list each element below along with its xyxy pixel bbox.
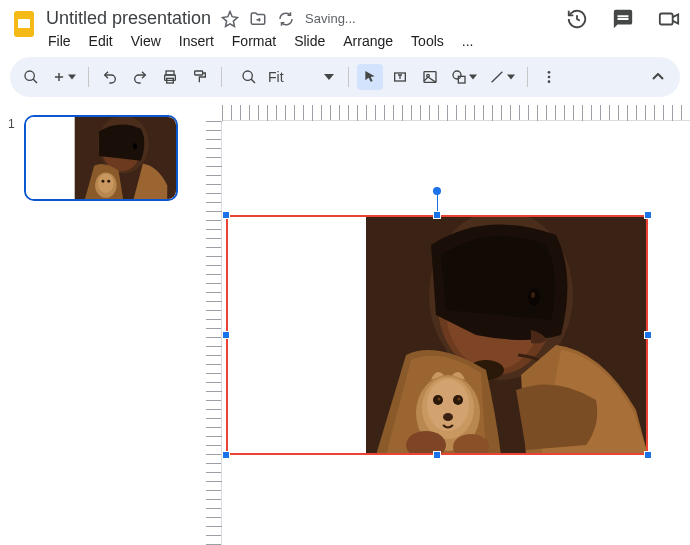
svg-point-12 [453, 71, 461, 79]
filmstrip: 1 [0, 105, 198, 545]
select-tool[interactable] [357, 64, 383, 90]
image-tool[interactable] [417, 64, 443, 90]
menu-bar: File Edit View Insert Format Slide Arran… [46, 29, 566, 57]
zoom-dropdown-icon[interactable] [290, 74, 334, 80]
star-icon[interactable] [221, 10, 239, 28]
svg-point-25 [107, 180, 110, 183]
shape-tool[interactable] [447, 64, 481, 90]
search-menus-icon[interactable] [18, 64, 44, 90]
print-button[interactable] [157, 64, 183, 90]
selection-outline [226, 215, 648, 455]
textbox-tool[interactable] [387, 64, 413, 90]
svg-point-15 [547, 76, 550, 79]
zoom-icon[interactable] [236, 64, 262, 90]
menu-more[interactable]: ... [462, 33, 474, 49]
svg-point-23 [98, 173, 114, 192]
slide-thumbnail[interactable]: 1 [8, 115, 190, 201]
resize-handle-b[interactable] [433, 451, 441, 459]
svg-point-8 [243, 71, 252, 80]
resize-handle-r[interactable] [644, 331, 652, 339]
menu-arrange[interactable]: Arrange [343, 33, 393, 49]
saving-status: Saving... [305, 11, 356, 26]
canvas-area[interactable] [198, 105, 690, 545]
menu-insert[interactable]: Insert [179, 33, 214, 49]
slide-canvas[interactable] [226, 215, 648, 455]
undo-button[interactable] [97, 64, 123, 90]
svg-rect-13 [458, 76, 465, 83]
document-title[interactable]: Untitled presentation [46, 8, 211, 29]
cloud-status-icon[interactable] [277, 10, 295, 28]
svg-point-14 [547, 71, 550, 74]
svg-point-16 [547, 80, 550, 83]
paint-format-button[interactable] [187, 64, 213, 90]
line-tool[interactable] [485, 64, 519, 90]
menu-slide[interactable]: Slide [294, 33, 325, 49]
collapse-toolbar-icon[interactable] [644, 63, 672, 91]
rotate-handle[interactable] [433, 187, 441, 195]
new-slide-button[interactable] [48, 64, 80, 90]
toolbar: Fit [10, 57, 680, 97]
menu-format[interactable]: Format [232, 33, 276, 49]
resize-handle-tl[interactable] [222, 211, 230, 219]
zoom-level[interactable]: Fit [268, 69, 284, 85]
resize-handle-bl[interactable] [222, 451, 230, 459]
menu-view[interactable]: View [131, 33, 161, 49]
slides-logo[interactable] [10, 6, 38, 42]
comments-icon[interactable] [612, 8, 634, 30]
resize-handle-br[interactable] [644, 451, 652, 459]
history-icon[interactable] [566, 8, 588, 30]
svg-rect-1 [18, 19, 30, 28]
horizontal-ruler [222, 105, 690, 121]
move-folder-icon[interactable] [249, 10, 267, 28]
resize-handle-l[interactable] [222, 331, 230, 339]
svg-point-21 [133, 143, 137, 149]
svg-point-3 [25, 71, 34, 80]
meet-icon[interactable] [658, 8, 680, 30]
svg-rect-7 [195, 71, 203, 75]
more-tools-icon[interactable] [536, 64, 562, 90]
svg-point-24 [101, 180, 104, 183]
thumbnail-image [26, 117, 176, 199]
resize-handle-tr[interactable] [644, 211, 652, 219]
slide-number: 1 [8, 115, 18, 201]
menu-tools[interactable]: Tools [411, 33, 444, 49]
menu-file[interactable]: File [48, 33, 71, 49]
resize-handle-t[interactable] [433, 211, 441, 219]
vertical-ruler [206, 121, 222, 545]
svg-rect-2 [660, 14, 673, 25]
redo-button[interactable] [127, 64, 153, 90]
menu-edit[interactable]: Edit [89, 33, 113, 49]
